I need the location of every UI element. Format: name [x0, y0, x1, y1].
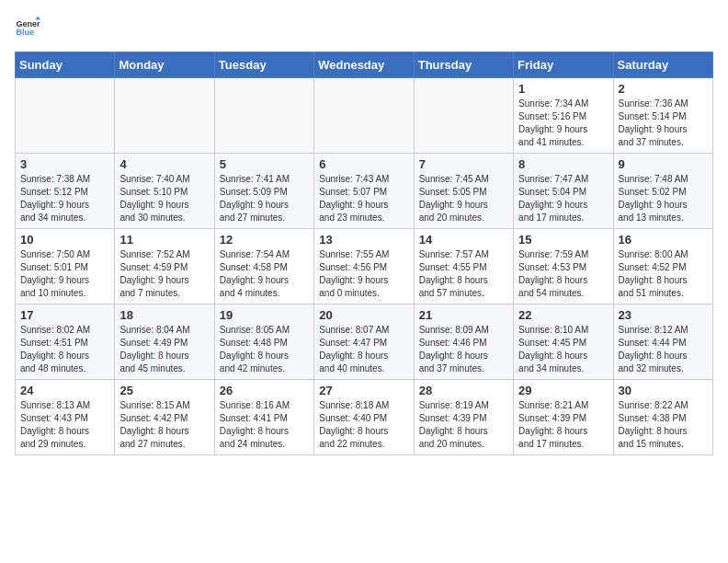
day-info: Sunrise: 7:50 AMSunset: 5:01 PMDaylight:…	[20, 248, 109, 300]
daylight-text-1: Daylight: 8 hours	[619, 350, 708, 362]
sunrise-text: Sunrise: 7:50 AM	[20, 248, 109, 261]
calendar-cell	[314, 78, 414, 154]
sunset-text: Sunset: 4:40 PM	[319, 412, 408, 425]
day-info: Sunrise: 7:57 AMSunset: 4:55 PMDaylight:…	[419, 248, 508, 300]
daylight-text-2: and 41 minutes.	[518, 136, 608, 149]
calendar-cell: 26Sunrise: 8:16 AMSunset: 4:41 PMDayligh…	[214, 380, 313, 455]
day-info: Sunrise: 8:15 AMSunset: 4:42 PMDaylight:…	[119, 399, 209, 451]
sunset-text: Sunset: 4:39 PM	[419, 412, 508, 425]
day-info: Sunrise: 8:22 AMSunset: 4:38 PMDaylight:…	[619, 399, 708, 451]
calendar-table: SundayMondayTuesdayWednesdayThursdayFrid…	[15, 52, 713, 455]
sunset-text: Sunset: 4:45 PM	[518, 337, 608, 350]
day-info: Sunrise: 7:36 AMSunset: 5:14 PMDaylight:…	[619, 98, 708, 149]
day-number: 4	[119, 157, 209, 171]
day-info: Sunrise: 8:21 AMSunset: 4:39 PMDaylight:…	[518, 399, 608, 451]
sunset-text: Sunset: 4:55 PM	[419, 261, 508, 274]
daylight-text-2: and 45 minutes.	[119, 362, 209, 375]
day-number: 10	[20, 233, 109, 247]
day-info: Sunrise: 7:59 AMSunset: 4:53 PMDaylight:…	[518, 248, 608, 300]
logo-icon: General Blue	[15, 15, 40, 40]
sunrise-text: Sunrise: 7:34 AM	[518, 98, 608, 110]
day-info: Sunrise: 8:09 AMSunset: 4:46 PMDaylight:…	[419, 324, 508, 375]
sunrise-text: Sunrise: 8:05 AM	[220, 324, 309, 337]
daylight-text-2: and 34 minutes.	[20, 212, 109, 224]
day-number: 1	[518, 82, 608, 96]
calendar-cell: 5Sunrise: 7:41 AMSunset: 5:09 PMDaylight…	[214, 154, 313, 229]
day-number: 27	[319, 384, 408, 397]
calendar-cell: 10Sunrise: 7:50 AMSunset: 5:01 PMDayligh…	[16, 229, 115, 304]
svg-marker-2	[35, 16, 40, 19]
calendar-cell: 2Sunrise: 7:36 AMSunset: 5:14 PMDaylight…	[613, 78, 712, 154]
day-info: Sunrise: 7:45 AMSunset: 5:05 PMDaylight:…	[419, 173, 508, 224]
sunset-text: Sunset: 5:01 PM	[20, 261, 109, 274]
sunset-text: Sunset: 5:04 PM	[518, 186, 608, 199]
daylight-text-1: Daylight: 8 hours	[20, 425, 109, 438]
sunset-text: Sunset: 4:46 PM	[419, 337, 508, 350]
weekday-header-row: SundayMondayTuesdayWednesdayThursdayFrid…	[16, 52, 713, 78]
day-number: 21	[419, 308, 508, 322]
daylight-text-1: Daylight: 8 hours	[419, 425, 508, 438]
daylight-text-1: Daylight: 9 hours	[220, 274, 309, 287]
calendar-cell	[115, 78, 214, 154]
day-number: 6	[319, 157, 408, 171]
sunset-text: Sunset: 4:48 PM	[220, 337, 309, 350]
calendar-cell: 16Sunrise: 8:00 AMSunset: 4:52 PMDayligh…	[613, 229, 712, 304]
day-info: Sunrise: 8:02 AMSunset: 4:51 PMDaylight:…	[20, 324, 109, 375]
day-number: 29	[518, 384, 608, 397]
daylight-text-1: Daylight: 8 hours	[319, 425, 408, 438]
week-row-5: 24Sunrise: 8:13 AMSunset: 4:43 PMDayligh…	[16, 380, 713, 455]
daylight-text-1: Daylight: 9 hours	[619, 123, 708, 136]
daylight-text-1: Daylight: 8 hours	[518, 350, 608, 362]
day-info: Sunrise: 8:12 AMSunset: 4:44 PMDaylight:…	[619, 324, 708, 375]
calendar-cell: 6Sunrise: 7:43 AMSunset: 5:07 PMDaylight…	[314, 154, 414, 229]
day-info: Sunrise: 7:34 AMSunset: 5:16 PMDaylight:…	[518, 98, 608, 149]
day-number: 11	[119, 233, 209, 247]
weekday-header-friday: Friday	[514, 52, 613, 78]
calendar-cell	[414, 78, 513, 154]
sunrise-text: Sunrise: 8:13 AM	[20, 399, 109, 412]
day-number: 13	[319, 233, 408, 247]
sunset-text: Sunset: 4:39 PM	[518, 412, 608, 425]
sunrise-text: Sunrise: 7:47 AM	[518, 173, 608, 186]
calendar-cell: 9Sunrise: 7:48 AMSunset: 5:02 PMDaylight…	[613, 154, 712, 229]
day-number: 12	[220, 233, 309, 247]
daylight-text-1: Daylight: 9 hours	[419, 199, 508, 212]
day-number: 15	[518, 233, 608, 247]
weekday-header-tuesday: Tuesday	[214, 52, 313, 78]
daylight-text-2: and 23 minutes.	[319, 212, 408, 224]
sunrise-text: Sunrise: 8:19 AM	[419, 399, 508, 412]
sunrise-text: Sunrise: 7:57 AM	[419, 248, 508, 261]
sunset-text: Sunset: 5:16 PM	[518, 110, 608, 123]
calendar-cell: 1Sunrise: 7:34 AMSunset: 5:16 PMDaylight…	[514, 78, 613, 154]
sunrise-text: Sunrise: 8:12 AM	[619, 324, 708, 337]
calendar-cell: 25Sunrise: 8:15 AMSunset: 4:42 PMDayligh…	[115, 380, 214, 455]
sunrise-text: Sunrise: 8:10 AM	[518, 324, 608, 337]
daylight-text-2: and 4 minutes.	[220, 287, 309, 300]
logo: General Blue	[15, 15, 40, 40]
daylight-text-2: and 32 minutes.	[619, 362, 708, 375]
sunset-text: Sunset: 5:14 PM	[619, 110, 708, 123]
daylight-text-1: Daylight: 9 hours	[220, 199, 309, 212]
day-info: Sunrise: 8:00 AMSunset: 4:52 PMDaylight:…	[619, 248, 708, 300]
sunrise-text: Sunrise: 8:15 AM	[119, 399, 209, 412]
sunset-text: Sunset: 5:12 PM	[20, 186, 109, 199]
daylight-text-2: and 48 minutes.	[20, 362, 109, 375]
day-number: 23	[619, 308, 708, 322]
day-info: Sunrise: 7:48 AMSunset: 5:02 PMDaylight:…	[619, 173, 708, 224]
daylight-text-1: Daylight: 8 hours	[619, 425, 708, 438]
day-info: Sunrise: 7:38 AMSunset: 5:12 PMDaylight:…	[20, 173, 109, 224]
week-row-4: 17Sunrise: 8:02 AMSunset: 4:51 PMDayligh…	[16, 304, 713, 380]
daylight-text-1: Daylight: 8 hours	[518, 274, 608, 287]
weekday-header-thursday: Thursday	[414, 52, 513, 78]
day-info: Sunrise: 8:13 AMSunset: 4:43 PMDaylight:…	[20, 399, 109, 451]
calendar-cell: 27Sunrise: 8:18 AMSunset: 4:40 PMDayligh…	[314, 380, 414, 455]
calendar-cell: 13Sunrise: 7:55 AMSunset: 4:56 PMDayligh…	[314, 229, 414, 304]
weekday-header-monday: Monday	[115, 52, 214, 78]
sunrise-text: Sunrise: 8:21 AM	[518, 399, 608, 412]
daylight-text-1: Daylight: 9 hours	[119, 274, 209, 287]
calendar-cell: 3Sunrise: 7:38 AMSunset: 5:12 PMDaylight…	[16, 154, 115, 229]
sunset-text: Sunset: 4:43 PM	[20, 412, 109, 425]
sunset-text: Sunset: 4:41 PM	[220, 412, 309, 425]
day-number: 25	[119, 384, 209, 397]
sunset-text: Sunset: 4:47 PM	[319, 337, 408, 350]
